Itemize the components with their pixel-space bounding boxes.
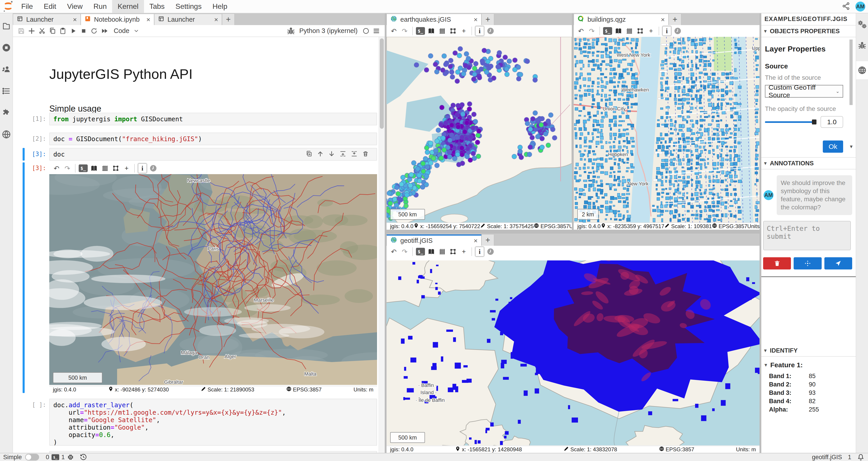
console-icon[interactable]: $_ [78, 163, 89, 173]
user-avatar[interactable]: AM [855, 2, 865, 11]
menu-item-tabs[interactable]: Tabs [144, 0, 170, 13]
clock-icon[interactable] [485, 246, 496, 257]
arrow-down-button[interactable] [327, 150, 336, 158]
stop-button[interactable] [79, 26, 89, 35]
clock-icon[interactable] [148, 163, 159, 173]
tab-launcher[interactable]: Launcher× [154, 14, 222, 25]
opacity-slider-handle[interactable] [812, 120, 816, 125]
gears-icon[interactable] [857, 20, 867, 30]
code-cell[interactable]: doc = GISDocument("france_hiking.jGIS") [49, 133, 377, 145]
files-icon[interactable] [1, 21, 11, 31]
insert-above-button[interactable] [338, 150, 347, 158]
annotation-input[interactable] [763, 221, 851, 250]
redo-icon[interactable]: ↷ [62, 163, 73, 173]
polygon-icon[interactable] [635, 26, 646, 36]
paste-button[interactable] [58, 26, 68, 35]
basemap-icon[interactable] [613, 26, 624, 36]
sidebar-scrollbar[interactable]: ▼ [849, 39, 852, 146]
earthquakes-map[interactable]: 500 km [386, 37, 572, 223]
basemap-icon[interactable] [426, 246, 437, 257]
clock-icon[interactable] [672, 26, 683, 36]
annotations-section[interactable]: ▼ ANNOTATIONS [761, 158, 856, 169]
undo-icon[interactable]: ↶ [388, 246, 399, 257]
gis-icon[interactable] [1, 129, 11, 139]
tab-notebook-ipynb[interactable]: Notebook.ipynb× [81, 14, 154, 25]
redo-icon[interactable]: ↷ [586, 26, 597, 36]
new-tab-button[interactable]: + [669, 13, 681, 25]
menu-item-edit[interactable]: Edit [38, 0, 62, 13]
copy-button[interactable] [47, 26, 58, 35]
source-select[interactable]: Custom GeoTiff Source ⌄ [765, 85, 843, 98]
tab-earthquakes-jgis[interactable]: earthquakes.jGIS× [386, 14, 482, 25]
basemap-icon[interactable] [426, 26, 437, 36]
notebook-scrollbar[interactable] [379, 37, 385, 453]
arrow-up-button[interactable] [316, 150, 325, 158]
new-tab-button[interactable]: + [222, 13, 235, 25]
cell-type-dropdown[interactable]: Code [114, 27, 129, 35]
running-icon[interactable] [1, 43, 11, 53]
new-tab-button[interactable]: + [482, 13, 494, 25]
tab-geotiff-jgis[interactable]: geotiff.jGIS× [386, 234, 482, 246]
identify-tool-icon[interactable]: i [137, 163, 148, 173]
redo-icon[interactable]: ↷ [399, 246, 410, 257]
cell-collapser[interactable] [23, 148, 25, 161]
run-button[interactable] [68, 26, 79, 35]
console-icon[interactable]: $_ [415, 26, 426, 36]
toc-icon[interactable] [1, 86, 11, 96]
grid-icon[interactable] [99, 163, 110, 173]
add-layer-icon[interactable]: + [646, 26, 656, 36]
menu-item-view[interactable]: View [62, 0, 88, 13]
menu-item-kernel[interactable]: Kernel [112, 0, 144, 13]
geotiff-map[interactable]: · Baffin ·Island ·· Île de Baffin500 km [386, 260, 760, 446]
scroll-down-icon[interactable]: ▼ [849, 144, 854, 149]
undo-icon[interactable]: ↶ [576, 26, 586, 36]
grid-icon[interactable] [624, 26, 635, 36]
output-collapser[interactable] [23, 162, 25, 393]
identify-feature[interactable]: ▼ Feature 1: [761, 357, 856, 372]
extensions-icon[interactable] [1, 108, 11, 118]
overflow-menu-icon[interactable] [371, 26, 381, 35]
clock-icon[interactable] [485, 26, 496, 36]
undo-icon[interactable]: ↶ [51, 163, 62, 173]
save-button[interactable] [16, 26, 26, 35]
ok-button[interactable]: Ok [823, 140, 843, 153]
undo-icon[interactable]: ↶ [388, 26, 399, 36]
bell-icon[interactable] [857, 454, 864, 461]
identify-tool-icon[interactable]: i [474, 26, 485, 36]
share-icon[interactable] [842, 2, 850, 11]
close-icon[interactable]: × [208, 16, 218, 24]
duplicate-button[interactable] [305, 150, 313, 158]
tab-buildings-qgz[interactable]: buildings.qgz× [574, 14, 669, 25]
menu-item-file[interactable]: File [16, 0, 38, 13]
bug-icon[interactable] [857, 40, 867, 51]
add-layer-icon[interactable]: + [458, 26, 469, 36]
redo-icon[interactable]: ↷ [399, 26, 410, 36]
terminals-status[interactable]: 0 $_ 1 [46, 454, 74, 461]
polygon-icon[interactable] [447, 26, 458, 36]
console-icon[interactable]: $_ [415, 246, 426, 257]
close-icon[interactable]: × [140, 16, 151, 24]
plus-button[interactable] [26, 26, 37, 35]
runall-button[interactable] [99, 26, 110, 35]
globe-grid-icon[interactable] [856, 61, 868, 79]
chevron-down-icon[interactable] [131, 26, 142, 35]
kernel-name[interactable]: Python 3 (ipykernel) [299, 27, 358, 35]
buildings-map[interactable]: West New YorkWeehawkenUnion CityHobokenN… [574, 37, 760, 223]
polygon-icon[interactable] [447, 246, 458, 257]
current-file-label[interactable]: geotiff.jGIS [812, 454, 842, 461]
close-icon[interactable]: × [654, 16, 665, 24]
debugger-icon[interactable] [286, 26, 296, 35]
notebook-content[interactable]: JupyterGIS Python API Simple usage [1]:f… [13, 37, 385, 453]
history-status[interactable] [80, 454, 87, 461]
close-icon[interactable]: × [66, 16, 77, 24]
france-map[interactable]: NewcastleParisMarseilleMálagaGibraltarOr… [49, 174, 377, 386]
console-icon[interactable]: $_ [602, 26, 613, 36]
trash-sm-button[interactable] [361, 150, 370, 158]
tab-launcher[interactable]: Launcher× [13, 14, 81, 25]
delete-annotation-button[interactable] [763, 257, 791, 269]
polygon-icon[interactable] [110, 163, 121, 173]
identify-tool-icon[interactable]: i [661, 26, 672, 36]
close-icon[interactable]: × [467, 16, 477, 24]
opacity-slider[interactable] [765, 121, 816, 123]
users-icon[interactable] [1, 64, 11, 74]
